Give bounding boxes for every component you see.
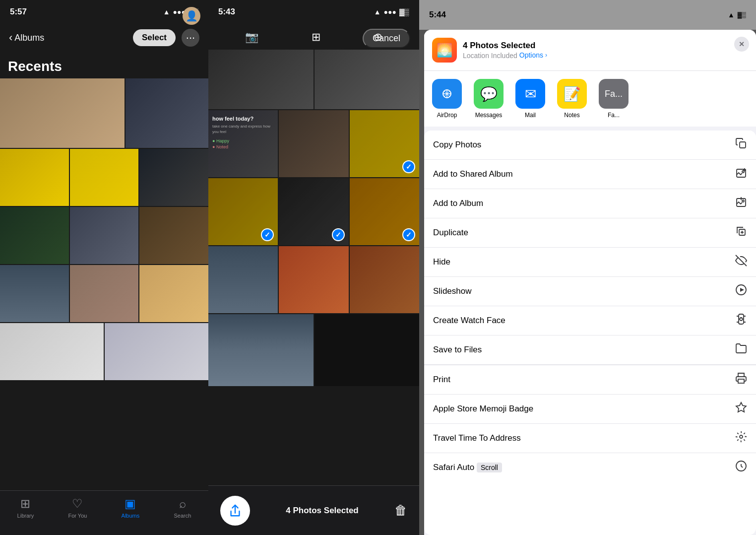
photo-cell[interactable] [208, 246, 278, 313]
save-to-files-label: Save to Files [433, 345, 482, 355]
photo-cell[interactable] [208, 50, 314, 109]
close-button[interactable]: ✕ [734, 37, 749, 52]
cancel-button[interactable]: Cancel [363, 29, 410, 48]
panel-albums: 5:57 ▲ ●●● ▓▒ 👤 ‹ Albums Select ··· Rece… [0, 0, 208, 535]
messages-app-item[interactable]: 💬 Messages [474, 79, 504, 119]
create-watch-face-action[interactable]: Create Watch Face [424, 306, 756, 335]
trash-button[interactable]: 🗑 [394, 503, 407, 518]
svg-rect-1 [740, 142, 746, 148]
select-button[interactable]: Select [133, 29, 176, 46]
photo-cell-selected[interactable]: ✓ [279, 178, 348, 245]
tab-albums[interactable]: ▣ Albums [122, 497, 140, 519]
photo-grid-2: how feel today? take one candy and expre… [208, 50, 419, 485]
status-right-2: ▲ ●●● ▓▒ [374, 8, 409, 16]
photo-cell-selected[interactable]: ✓ [350, 110, 419, 177]
status-time-2: 5:43 [218, 7, 235, 17]
wifi-icon-2: ▲ [374, 8, 381, 16]
photo-cell[interactable] [279, 246, 348, 313]
tab-search-label: Search [174, 513, 191, 519]
photo-cell[interactable]: how feel today? take one candy and expre… [208, 110, 278, 177]
copy-photos-label: Copy Photos [433, 140, 481, 150]
svg-point-3 [742, 171, 744, 173]
photo-cell-selected[interactable]: ✓ [208, 178, 278, 245]
tab-library-label: Library [17, 513, 34, 519]
add-to-album-icon [735, 196, 747, 211]
grid-row-1 [0, 78, 208, 148]
photos-app-icon: 🌅 [432, 38, 457, 63]
share-title-block: 4 Photos Selected Location Included Opti… [463, 41, 748, 60]
p2-grid-row-2: how feel today? take one candy and expre… [208, 110, 419, 177]
travel-time-action[interactable]: Travel Time To Address [424, 424, 756, 453]
duplicate-action[interactable]: Duplicate [424, 218, 756, 248]
print-icon [735, 372, 747, 387]
copy-photos-action[interactable]: Copy Photos [424, 131, 756, 160]
photo-cell[interactable] [139, 265, 208, 322]
slideshow-action[interactable]: Slideshow [424, 277, 756, 306]
search-icon: ⌕ [179, 497, 186, 511]
tab-search[interactable]: ⌕ Search [174, 497, 191, 519]
share-subtitle-row: Location Included Options › [463, 51, 748, 60]
share-sheet-header: 🌅 4 Photos Selected Location Included Op… [424, 30, 756, 71]
photo-cell[interactable] [350, 246, 419, 313]
status-time-3: 5:44 [429, 10, 446, 20]
messages-icon: 💬 [474, 79, 504, 109]
create-watch-face-label: Create Watch Face [433, 316, 505, 326]
photo-cell[interactable] [0, 323, 104, 380]
more-button[interactable]: ··· [182, 29, 199, 47]
checkmark-1: ✓ [402, 160, 415, 173]
photo-cell[interactable] [0, 149, 69, 206]
hide-action[interactable]: Hide [424, 248, 756, 277]
add-to-album-action[interactable]: Add to Album [424, 189, 756, 218]
notes-label: Notes [564, 112, 579, 119]
safari-auto-action[interactable]: Safari Auto Scroll [424, 453, 756, 482]
photo-cell[interactable] [70, 149, 139, 206]
tab-library[interactable]: ⊞ Library [17, 497, 34, 519]
print-action[interactable]: Print [424, 365, 756, 395]
photo-cell[interactable] [105, 323, 208, 380]
copy-photos-icon [735, 137, 747, 152]
photo-cell[interactable] [139, 149, 208, 206]
profile-pic-1: 👤 [183, 7, 200, 25]
grid-row-3 [0, 207, 208, 264]
airdrop-app-item[interactable]: AirDrop [432, 79, 462, 119]
back-button-1[interactable]: ‹ Albums [9, 31, 44, 44]
photo-cell[interactable] [0, 207, 69, 264]
photo-cell[interactable] [208, 314, 314, 386]
p2-grid-row-3: ✓ ✓ ✓ [208, 178, 419, 245]
photo-cell[interactable] [279, 110, 348, 177]
photo-cell[interactable] [126, 78, 208, 148]
wifi-icon-1: ▲ [163, 8, 170, 16]
status-time-1: 5:57 [10, 7, 27, 17]
grid-row-4 [0, 265, 208, 322]
photo-cell[interactable] [70, 265, 139, 322]
save-to-files-icon [735, 342, 747, 357]
signal-icon-2: ●●● [384, 8, 396, 16]
add-to-shared-album-action[interactable]: Add to Shared Album [424, 160, 756, 189]
photo-cell[interactable] [0, 78, 125, 148]
add-to-shared-album-icon [735, 167, 747, 182]
notes-app-item[interactable]: 📝 Notes [557, 79, 587, 119]
photo-cell-selected[interactable]: ✓ [350, 178, 419, 245]
share-app-row: 🌅 4 Photos Selected Location Included Op… [432, 38, 748, 63]
photo-cell[interactable] [139, 207, 208, 264]
safari-auto-icon [735, 460, 747, 475]
safari-auto-label: Safari Auto Scroll [433, 463, 502, 472]
save-to-files-action[interactable]: Save to Files [424, 335, 756, 365]
apple-store-memoji-label: Apple Store Memoji Badge [433, 404, 533, 414]
photo-cell[interactable] [70, 207, 139, 264]
more-apps-icon: Fa... [599, 79, 629, 109]
svg-marker-14 [736, 402, 746, 412]
photo-cell[interactable] [315, 314, 420, 386]
mail-app-item[interactable]: ✉ Mail [515, 79, 545, 119]
tab-for-you[interactable]: ♡ For You [68, 497, 87, 519]
mail-icon: ✉ [515, 79, 545, 109]
more-app-item[interactable]: Fa... Fa... [599, 79, 629, 119]
photo-cell[interactable] [315, 50, 420, 109]
options-button[interactable]: Options [519, 51, 543, 59]
photo-cell[interactable] [0, 265, 69, 322]
print-label: Print [433, 375, 450, 385]
for-you-icon: ♡ [72, 497, 83, 511]
apple-store-memoji-action[interactable]: Apple Store Memoji Badge [424, 395, 756, 424]
share-button[interactable] [220, 496, 250, 526]
wifi-icon-3: ▲ [728, 11, 735, 19]
